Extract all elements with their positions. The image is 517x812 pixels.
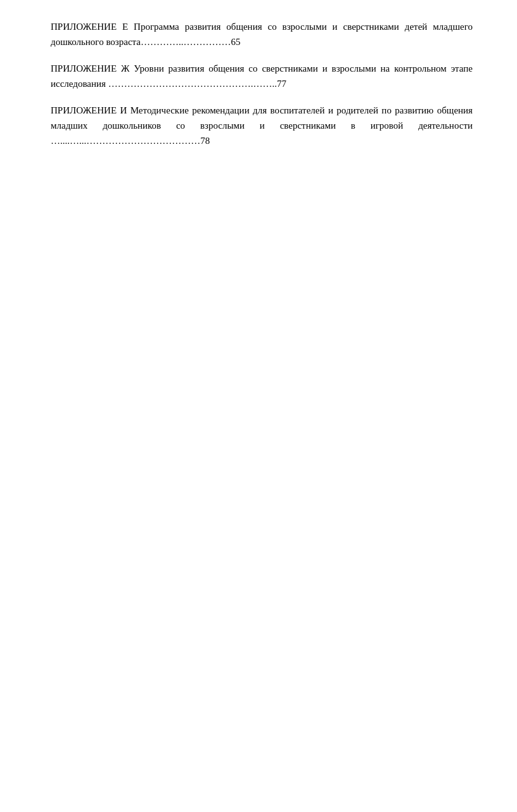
- paragraph-e: ПРИЛОЖЕНИЕ Е Программа развития общения …: [51, 19, 473, 49]
- paragraph-i: ПРИЛОЖЕНИЕ И Методические рекомендации д…: [51, 103, 473, 148]
- paragraph-zh-text: ПРИЛОЖЕНИЕ Ж Уровни развития общения со …: [51, 63, 473, 89]
- document-page: ПРИЛОЖЕНИЕ Е Программа развития общения …: [0, 0, 517, 812]
- paragraph-zh: ПРИЛОЖЕНИЕ Ж Уровни развития общения со …: [51, 61, 473, 91]
- paragraph-i-text: ПРИЛОЖЕНИЕ И Методические рекомендации д…: [51, 105, 473, 146]
- paragraph-e-text: ПРИЛОЖЕНИЕ Е Программа развития общения …: [51, 22, 473, 47]
